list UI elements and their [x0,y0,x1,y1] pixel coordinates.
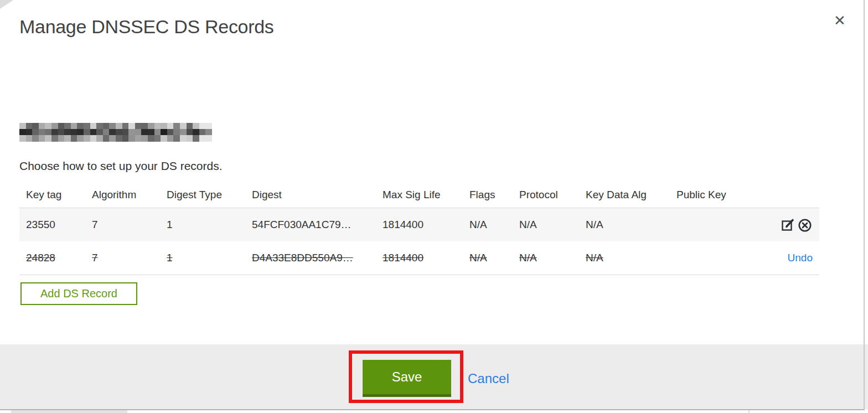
cell-protocol: N/A [513,241,579,275]
cell-key-data-alg: N/A [579,208,670,241]
cell-digest: D4A33E8DD550A9… [245,241,376,275]
cell-max-sig-life: 1814400 [376,208,463,241]
background-fragment [748,410,750,413]
save-button[interactable]: Save [363,360,451,397]
cell-max-sig-life: 1814400 [376,241,463,275]
col-header-flags: Flags [463,183,513,208]
table-row-marked-for-deletion: 24828 7 1 D4A33E8DD550A9… 1814400 N/A N/… [19,241,819,275]
col-header-public-key: Public Key [670,183,769,208]
cell-flags: N/A [463,241,513,275]
col-header-algorithm: Algorithm [85,183,160,208]
background-page-strip [0,410,868,413]
background-page-corner [0,0,13,9]
modal-right-border [864,0,865,410]
row-actions: Undo [769,241,819,275]
ds-records-table: Key tag Algorithm Digest Type Digest Max… [19,183,819,275]
cell-public-key [670,208,769,241]
table-header-row: Key tag Algorithm Digest Type Digest Max… [19,183,819,208]
remove-record-icon[interactable] [797,217,813,233]
cell-protocol: N/A [513,208,579,241]
cell-digest-type: 1 [160,208,245,241]
cell-algorithm: 7 [85,241,160,275]
redacted-domain-name [19,123,212,142]
instruction-text: Choose how to set up your DS records. [19,159,868,173]
col-header-digest: Digest [245,183,376,208]
row-actions [769,208,819,241]
cell-algorithm: 7 [85,208,160,241]
col-header-protocol: Protocol [513,183,579,208]
add-ds-record-button[interactable]: Add DS Record [20,282,137,305]
cell-flags: N/A [463,208,513,241]
col-header-key-tag: Key tag [19,183,85,208]
table-row: 23550 7 1 54FCF030AA1C79… 1814400 N/A N/… [19,208,819,241]
modal-footer: Save Cancel [0,344,868,409]
cell-digest-type: 1 [160,241,245,275]
col-header-digest-type: Digest Type [160,183,245,208]
close-icon[interactable]: ✕ [831,12,848,29]
cell-public-key [670,241,769,275]
cell-key-data-alg: N/A [579,241,670,275]
col-header-actions [769,183,819,208]
background-fragment [11,410,127,413]
cell-key-tag: 23550 [19,208,85,241]
cell-digest: 54FCF030AA1C79… [245,208,376,241]
modal-title: Manage DNSSEC DS Records [19,16,868,38]
col-header-key-data-alg: Key Data Alg [579,183,670,208]
cancel-link[interactable]: Cancel [468,371,509,386]
undo-link[interactable]: Undo [788,252,813,264]
cell-key-tag: 24828 [19,241,85,275]
col-header-max-sig-life: Max Sig Life [376,183,463,208]
edit-record-icon[interactable] [781,217,796,233]
